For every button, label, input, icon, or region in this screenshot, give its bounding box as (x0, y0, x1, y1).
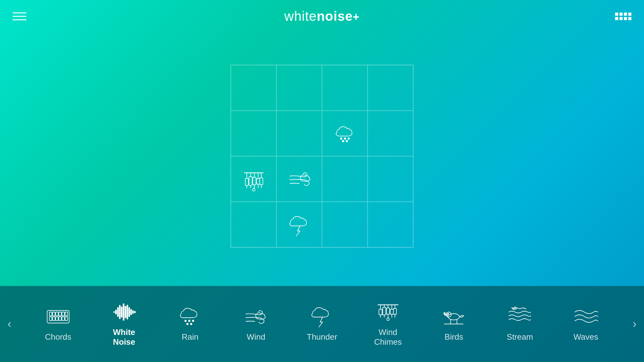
svg-rect-10 (249, 177, 252, 185)
nav-next-button[interactable]: › (625, 286, 644, 362)
svg-point-2 (348, 138, 349, 139)
grid-cell-0-2[interactable] (322, 65, 368, 111)
birds-icon (441, 306, 466, 328)
svg-point-1 (344, 138, 346, 139)
svg-rect-32 (56, 317, 58, 321)
rain-icon (332, 121, 358, 146)
grid-cell-0-0[interactable] (231, 65, 276, 111)
svg-rect-58 (383, 307, 386, 315)
wind-label: Wind (247, 332, 265, 342)
thunder-label: Thunder (307, 332, 337, 342)
svg-rect-61 (386, 308, 390, 314)
svg-rect-28 (62, 312, 64, 316)
svg-rect-31 (53, 317, 55, 321)
svg-point-3 (342, 140, 344, 142)
svg-rect-35 (65, 317, 68, 321)
svg-point-21 (253, 189, 255, 191)
bottom-item-white-noise[interactable]: WhiteNoise (99, 301, 149, 347)
bottom-item-waves[interactable]: Waves (561, 306, 611, 342)
svg-rect-67 (393, 309, 397, 314)
bottom-items: Chords WhiteNoise (19, 286, 625, 362)
svg-rect-13 (253, 177, 256, 185)
stream-icon (507, 306, 532, 328)
grid-cell-0-3[interactable] (368, 65, 413, 111)
grid-cell-0-1[interactable] (276, 65, 322, 111)
grid-cell-3-1[interactable] (276, 202, 322, 247)
grid-cell-3-3[interactable] (368, 202, 413, 247)
grid-cell-3-2[interactable] (322, 202, 368, 247)
bottom-item-thunder[interactable]: Thunder (297, 306, 347, 342)
grid-cell-2-0[interactable] (231, 156, 276, 202)
svg-rect-64 (390, 309, 393, 314)
svg-rect-16 (257, 178, 260, 184)
title-normal: white (284, 9, 317, 24)
grid-cell-2-1[interactable] (276, 156, 322, 202)
app-title: whitenoise+ (284, 9, 360, 24)
white-noise-icon (112, 301, 137, 323)
svg-point-69 (387, 318, 389, 321)
wind-chimes-icon (241, 167, 266, 192)
birds-label: Birds (445, 332, 463, 342)
sound-grid (230, 65, 414, 248)
bottom-item-stream[interactable]: Stream (495, 306, 545, 342)
wind-bottom-icon (243, 306, 269, 328)
svg-point-50 (192, 320, 194, 322)
rain-label: Rain (182, 332, 198, 342)
bottom-item-birds[interactable]: Birds (429, 306, 479, 342)
thunder-bottom-icon (309, 306, 335, 328)
wind-icon (287, 167, 312, 192)
svg-rect-27 (59, 312, 61, 316)
grid-view-button[interactable] (615, 13, 631, 20)
wind-chimes-bottom-icon (375, 301, 401, 323)
grid-cell-1-0[interactable] (231, 111, 276, 156)
white-noise-label: WhiteNoise (113, 327, 135, 347)
svg-rect-34 (62, 317, 64, 321)
bottom-bar: ‹ Chords (0, 286, 644, 362)
waves-icon (573, 306, 598, 328)
title-bold: noise (317, 9, 353, 24)
bottom-item-wind-chimes[interactable]: WindChimes (363, 301, 413, 347)
svg-rect-25 (53, 312, 55, 316)
grid-cell-3-0[interactable] (231, 202, 276, 247)
svg-rect-26 (56, 312, 58, 316)
waves-label: Waves (574, 332, 598, 342)
header: whitenoise+ (0, 0, 644, 33)
bottom-item-chords[interactable]: Chords (33, 306, 83, 342)
svg-rect-55 (379, 309, 382, 315)
svg-point-73 (447, 313, 449, 315)
svg-point-0 (340, 138, 342, 139)
svg-point-4 (346, 140, 347, 142)
nav-prev-button[interactable]: ‹ (0, 286, 19, 362)
bottom-item-rain[interactable]: Rain (165, 306, 215, 342)
svg-rect-33 (59, 317, 61, 321)
title-plus: + (353, 10, 360, 23)
grid-cell-1-2[interactable] (322, 111, 368, 156)
main-content (0, 33, 644, 286)
svg-rect-29 (65, 312, 68, 316)
svg-point-52 (191, 323, 192, 325)
svg-point-48 (185, 320, 186, 322)
grid-cell-1-3[interactable] (368, 111, 413, 156)
svg-rect-19 (260, 178, 263, 185)
chords-label: Chords (45, 332, 71, 342)
grid-cell-2-3[interactable] (368, 156, 413, 202)
grid-cell-2-2[interactable] (322, 156, 368, 202)
rain-bottom-icon (177, 306, 203, 328)
svg-rect-30 (49, 317, 52, 321)
bottom-item-wind[interactable]: Wind (231, 306, 281, 342)
svg-rect-24 (49, 312, 52, 316)
grid-cell-1-1[interactable] (276, 111, 322, 156)
keyboard-icon (46, 306, 71, 328)
thunder-icon (287, 212, 312, 237)
svg-point-49 (189, 320, 190, 322)
wind-chimes-label: WindChimes (374, 327, 402, 347)
menu-button[interactable] (13, 13, 26, 20)
svg-rect-7 (245, 178, 248, 185)
svg-point-51 (187, 323, 188, 325)
stream-label: Stream (507, 332, 533, 342)
